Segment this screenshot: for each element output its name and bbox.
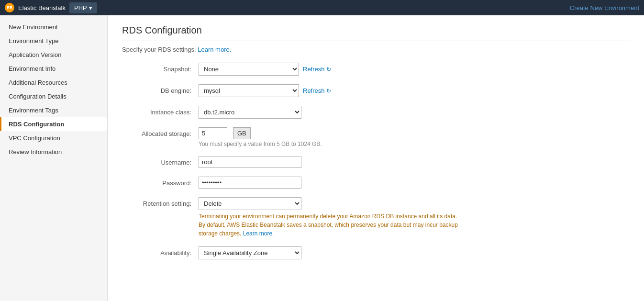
sidebar-item-vpc-configuration[interactable]: VPC Configuration <box>0 131 107 145</box>
allocated-storage-control: GB You must specify a value from 5 GB to… <box>199 127 322 147</box>
sidebar-item-environment-type[interactable]: Environment Type <box>0 34 107 48</box>
main-content: RDS Configuration Specify your RDS setti… <box>108 15 644 301</box>
snapshot-refresh-link[interactable]: Refresh ↻ <box>303 66 331 73</box>
availability-row: Availability: Single Availability Zone M… <box>122 246 630 259</box>
top-nav-left: EB Elastic Beanstalk PHP ▾ <box>5 2 97 13</box>
db-engine-label: DB engine: <box>122 84 199 94</box>
allocated-storage-row: Allocated storage: GB You must specify a… <box>122 127 630 147</box>
snapshot-select[interactable]: None <box>199 63 299 76</box>
availability-control: Single Availability Zone Multiple Availa… <box>199 246 301 259</box>
db-engine-refresh-link[interactable]: Refresh ↻ <box>303 87 331 94</box>
instance-class-control: db.t2.micro <box>199 106 301 119</box>
db-engine-control: mysql Refresh ↻ <box>199 84 331 97</box>
db-engine-inline: mysql Refresh ↻ <box>199 84 331 97</box>
sidebar-item-environment-info[interactable]: Environment Info <box>0 62 107 76</box>
instance-class-select[interactable]: db.t2.micro <box>199 106 301 119</box>
sidebar: New Environment Environment Type Applica… <box>0 15 108 301</box>
username-label: Username: <box>122 156 199 166</box>
gb-label: GB <box>233 127 251 139</box>
snapshot-inline: None Refresh ↻ <box>199 63 331 76</box>
snapshot-row: Snapshot: None Refresh ↻ <box>122 63 630 76</box>
retention-row: Retention setting: Delete Create snapsho… <box>122 197 630 238</box>
sidebar-item-rds-configuration[interactable]: RDS Configuration <box>0 117 107 131</box>
allocated-storage-inline: GB <box>199 127 251 139</box>
sidebar-item-additional-resources[interactable]: Additional Resources <box>0 76 107 89</box>
password-control <box>199 177 301 189</box>
subtitle: Specify your RDS settings. Learn more. <box>122 46 630 53</box>
retention-select[interactable]: Delete Create snapshot <box>199 197 301 210</box>
db-engine-refresh-icon: ↻ <box>326 88 331 94</box>
allocated-storage-label: Allocated storage: <box>122 127 199 137</box>
retention-label: Retention setting: <box>122 197 199 207</box>
username-row: Username: <box>122 156 630 168</box>
app-name: Elastic Beanstalk <box>18 4 66 11</box>
allocated-storage-hint: You must specify a value from 5 GB to 10… <box>199 141 322 147</box>
sidebar-item-review-information[interactable]: Review Information <box>0 145 107 159</box>
username-control <box>199 156 301 168</box>
sidebar-item-application-version[interactable]: Application Version <box>0 48 107 62</box>
learn-more-subtitle-link[interactable]: Learn more. <box>198 46 231 53</box>
retention-learn-more-link[interactable]: Learn more. <box>243 230 274 237</box>
top-nav: EB Elastic Beanstalk PHP ▾ Create New En… <box>0 0 644 15</box>
allocated-storage-input[interactable] <box>199 127 227 139</box>
password-input[interactable] <box>199 177 301 189</box>
elastic-beanstalk-logo: EB <box>5 3 14 12</box>
availability-label: Availability: <box>122 246 199 256</box>
retention-control: Delete Create snapshot Terminating your … <box>199 197 462 238</box>
sidebar-item-new-environment[interactable]: New Environment <box>0 20 107 34</box>
main-layout: New Environment Environment Type Applica… <box>0 15 644 301</box>
refresh-icon: ↻ <box>326 66 331 73</box>
snapshot-label: Snapshot: <box>122 63 199 73</box>
create-new-environment-link[interactable]: Create New Environment <box>570 4 639 11</box>
password-label: Password: <box>122 177 199 187</box>
snapshot-control: None Refresh ↻ <box>199 63 331 76</box>
instance-class-row: Instance class: db.t2.micro <box>122 106 630 119</box>
availability-select[interactable]: Single Availability Zone Multiple Availa… <box>199 246 301 259</box>
page-title: RDS Configuration <box>122 25 630 41</box>
sidebar-item-configuration-details[interactable]: Configuration Details <box>0 89 107 103</box>
instance-class-label: Instance class: <box>122 106 199 116</box>
username-input[interactable] <box>199 156 301 168</box>
language-dropdown[interactable]: PHP ▾ <box>69 2 97 13</box>
password-row: Password: <box>122 177 630 189</box>
sidebar-item-environment-tags[interactable]: Environment Tags <box>0 103 107 117</box>
db-engine-select[interactable]: mysql <box>199 84 299 97</box>
retention-warning: Terminating your environment can permane… <box>199 212 462 238</box>
db-engine-row: DB engine: mysql Refresh ↻ <box>122 84 630 97</box>
